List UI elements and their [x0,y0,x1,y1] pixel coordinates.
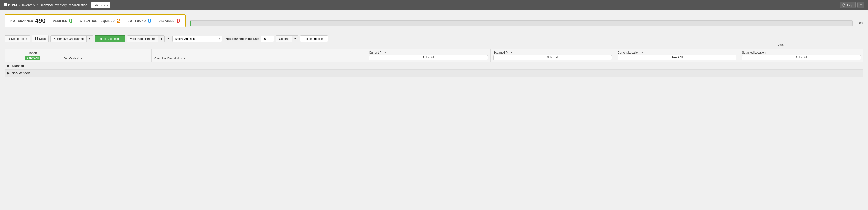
verification-reports-button[interactable]: Verification Reports [127,36,158,42]
scanned-group-cell: ▶ Scanned [4,62,864,70]
data-table: Import Select All Bar Code # ▼ [4,49,864,77]
chemical-filter-icon[interactable]: ▼ [183,57,186,60]
progress-bar-container [190,20,852,26]
svg-rect-3 [5,5,7,6]
remove-unscanned-split-button: ✕ Remove Unscanned ▼ [51,35,93,42]
current-pi-th-content: Current PI ▼ Select All [369,51,488,60]
svg-rect-2 [4,5,5,6]
current-pi-col-label: Current PI [369,51,382,54]
verification-reports-dropdown-button[interactable]: ▼ [158,36,164,42]
import-th-content: Import Select All [7,51,58,60]
import-col-label: Import [29,51,37,55]
options-dropdown-button[interactable]: ▼ [292,36,298,42]
chemical-column-header: Chemical Description ▼ [151,49,366,62]
disposed-stat: DISPOSED 0 [159,17,180,24]
verification-reports-label: Verification Reports [130,37,156,40]
remove-unscanned-dropdown-button[interactable]: ▼ [86,36,93,42]
svg-rect-6 [37,37,37,40]
help-label: Help [847,3,853,7]
svg-rect-1 [5,3,7,4]
scanned-pi-select-all-button[interactable]: Select All [493,55,612,60]
current-location-select-all-button[interactable]: Select All [618,55,736,60]
current-pi-column-header: Current PI ▼ Select All [366,49,491,62]
delete-scan-label: Delete Scan [11,37,27,40]
brand-name: EHSA [8,3,18,7]
progress-indicator [190,21,191,26]
not-scanned-group-row: ▶ Not Scanned [4,70,864,77]
scanned-group-row: ▶ Scanned [4,62,864,70]
not-scanned-group-toggle[interactable]: ▶ [7,71,9,75]
help-button[interactable]: ? Help [840,2,856,8]
verified-label: VERIFIED [53,19,67,23]
attention-stat: ATTENTION REQUIRED 2 [80,17,120,24]
attention-label: ATTENTION REQUIRED [80,19,115,23]
current-location-filter-icon[interactable]: ▼ [641,51,643,54]
scanned-pi-col-label: Scanned PI [493,51,508,54]
remove-unscanned-button[interactable]: ✕ Remove Unscanned [51,36,86,42]
chemical-th-content: Chemical Description ▼ [154,57,363,60]
svg-rect-4 [35,37,35,40]
scanned-pi-column-header: Scanned PI ▼ Select All [491,49,615,62]
scanned-pi-filter-icon[interactable]: ▼ [510,51,513,54]
scanned-pi-th-top: Scanned PI ▼ [493,51,612,54]
not-scanned-stat: NOT SCANNED 490 [10,17,46,24]
scan-split-button: Scan [32,35,49,42]
remove-icon: ✕ [53,37,56,40]
nav-separator: / [37,3,38,7]
stats-bar: NOT SCANNED 490 VERIFIED 0 ATTENTION REQ… [4,14,186,27]
scanned-group-label: Scanned [12,64,24,68]
toolbar: ⊖ Delete Scan Scan [4,35,864,46]
scanned-group-toggle[interactable]: ▶ [7,64,9,68]
options-label: Options [279,37,289,40]
page-title: Chemical Inventory Reconciliation [39,3,87,7]
verification-reports-split-button: Verification Reports ▼ [127,35,165,42]
disposed-label: DISPOSED [159,19,175,23]
svg-rect-0 [4,3,5,4]
edit-instructions-button[interactable]: Edit Instructions [300,35,328,42]
delete-scan-button[interactable]: ⊖ Delete Scan [4,35,30,42]
import-button[interactable]: Import (0 selected) [95,35,125,42]
days-sublabel-row: Days [4,43,864,46]
current-location-column-header: Current Location ▼ Select All [615,49,739,62]
options-split-button: Options ▼ [276,35,299,42]
verified-value: 0 [69,17,73,24]
help-dropdown-button[interactable]: ▼ [857,2,864,8]
progress-section: 0% [190,20,864,26]
progress-percent: 0% [855,22,864,25]
barcode-th-top: Bar Code # ▼ [64,57,149,60]
scanned-location-select-all-button[interactable]: Select All [742,55,861,60]
scan-button[interactable]: Scan [32,35,49,42]
scanned-location-th-top: Scanned Location [742,51,861,54]
navbar: EHSA / Inventory / Chemical Inventory Re… [0,0,868,10]
edit-labels-button[interactable]: Edit Labels [91,2,111,8]
barcode-th-content: Bar Code # ▼ [64,57,149,60]
days-input[interactable] [260,36,274,42]
breadcrumb-link[interactable]: Inventory [22,3,35,7]
current-pi-th-top: Current PI ▼ [369,51,488,54]
scanned-location-th-content: Scanned Location Select All [742,51,861,60]
remove-unscanned-label: Remove Unscanned [57,37,84,40]
pi-select[interactable]: Bailey, Angelique [173,36,222,42]
import-select-all-button[interactable]: Select All [25,56,41,60]
table-header-row: Import Select All Bar Code # ▼ [4,49,864,62]
table-wrapper: Import Select All Bar Code # ▼ [4,49,864,77]
options-button[interactable]: Options [276,36,292,42]
scan-label: Scan [39,37,46,40]
pi-label: PI: [166,37,170,41]
current-location-col-label: Current Location [618,51,639,54]
question-icon: ? [842,3,846,7]
navbar-right: ? Help ▼ [840,2,864,8]
barcode-filter-icon[interactable]: ▼ [80,57,83,60]
table-body: ▶ Scanned ▶ Not Scanned [4,62,864,77]
current-pi-filter-icon[interactable]: ▼ [384,51,386,54]
not-found-value: 0 [148,17,151,24]
disposed-value: 0 [177,17,180,24]
table-header: Import Select All Bar Code # ▼ [4,49,864,62]
current-pi-select-all-button[interactable]: Select All [369,55,488,60]
pi-select-wrapper: Bailey, Angelique [173,36,222,42]
barcode-col-label: Bar Code # [64,57,79,60]
import-column-header: Import Select All [4,49,61,62]
attention-value: 2 [117,17,120,24]
chemical-col-label: Chemical Description [154,57,182,60]
not-scanned-group-cell: ▶ Not Scanned [4,70,864,77]
